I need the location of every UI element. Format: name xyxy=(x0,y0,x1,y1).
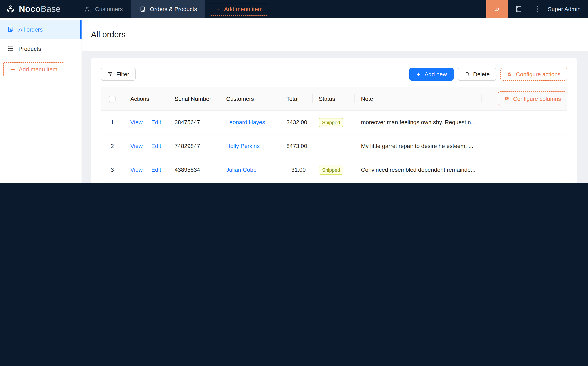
row-index-cell: 4 xyxy=(101,182,124,183)
table-row: 2 ViewEdit 74829847 Holly Perkins 8473.0… xyxy=(101,134,567,158)
customers-icon xyxy=(84,6,91,13)
table-header-row: Actions Serial Number Customers Total St… xyxy=(101,87,567,110)
main-menu: Customers Orders & Products Add men xyxy=(76,0,268,18)
note-cell: moreover man feelings own shy. Request n… xyxy=(354,110,482,134)
ui-editor-button[interactable] xyxy=(486,0,508,18)
add-new-button[interactable]: Add new xyxy=(409,68,453,81)
server-icon xyxy=(515,5,523,13)
more-options-button[interactable] xyxy=(530,0,545,18)
row-actions-cell: ViewEdit xyxy=(124,182,168,183)
nocobase-logo[interactable]: NocoBase xyxy=(0,0,67,18)
row-index-cell: 1 xyxy=(101,110,124,134)
sidebar-item-all-orders[interactable]: All orders xyxy=(0,20,82,39)
column-header-serial-number: Serial Number xyxy=(168,87,220,110)
plus-icon xyxy=(416,71,421,77)
sidebar-item-products[interactable]: Products xyxy=(0,39,82,58)
column-header-status: Status xyxy=(312,87,354,110)
customer-cell: Yvette Gross xyxy=(220,182,280,183)
column-header-customers: Customers xyxy=(220,87,280,110)
status-cell xyxy=(312,134,354,158)
view-link[interactable]: View xyxy=(130,119,143,125)
tab-orders-products[interactable]: Orders & Products xyxy=(131,0,205,18)
edit-link[interactable]: Edit xyxy=(151,143,161,149)
serial-number-cell: 38475647 xyxy=(168,110,220,134)
nocobase-logo-icon xyxy=(5,4,16,14)
table-row: 3 ViewEdit 43895834 Julian Cobb 31.00 Sh… xyxy=(101,158,567,182)
filter-icon xyxy=(107,71,113,77)
user-menu[interactable]: Super Admin xyxy=(545,6,588,12)
customer-cell: Julian Cobb xyxy=(220,158,280,182)
row-index-cell: 2 xyxy=(101,134,124,158)
table-toolbar: Filter Add new xyxy=(101,68,567,81)
plus-icon xyxy=(216,6,221,12)
filter-button-label: Filter xyxy=(116,71,129,77)
tab-customers[interactable]: Customers xyxy=(76,0,131,18)
customer-cell: Holly Perkins xyxy=(220,134,280,158)
customer-cell: Leonard Hayes xyxy=(220,110,280,134)
customer-link[interactable]: Holly Perkins xyxy=(226,143,260,149)
orders-table-block: Filter Add new xyxy=(91,58,577,183)
nav-add-menu-item-button[interactable]: Add menu item xyxy=(210,3,268,15)
configure-columns-button[interactable]: Configure columns xyxy=(498,92,567,106)
serial-number-cell: 74829847 xyxy=(168,134,220,158)
column-header-note: Note xyxy=(354,87,482,110)
app-window: NocoBase Customers xyxy=(0,0,588,183)
serial-number-cell: 43895834 xyxy=(168,158,220,182)
status-cell xyxy=(312,182,354,183)
table-row: 1 ViewEdit 38475647 Leonard Hayes 3432.0… xyxy=(101,110,567,134)
select-all-checkbox[interactable] xyxy=(109,96,116,102)
sidebar-item-products-label: Products xyxy=(18,45,41,52)
row-actions-cell: ViewEdit xyxy=(124,110,168,134)
top-navbar: NocoBase Customers xyxy=(0,0,588,18)
view-link[interactable]: View xyxy=(130,143,143,149)
sidebar: All orders Products Add menu item xyxy=(0,18,82,183)
page-header: All orders xyxy=(82,18,588,51)
edit-link[interactable]: Edit xyxy=(151,166,161,173)
status-badge: Shipped xyxy=(319,166,343,175)
total-cell: 31.00 xyxy=(280,158,312,182)
plugin-manager-button[interactable] xyxy=(508,0,530,18)
note-cell: Delightful met sufficient projection ask… xyxy=(354,182,482,183)
gear-icon xyxy=(504,96,510,102)
content-area: Filter Add new xyxy=(82,51,588,183)
configure-actions-button[interactable]: Configure actions xyxy=(500,68,567,81)
total-cell: 8473.00 xyxy=(280,134,312,158)
toolbar-actions: Add new Delete xyxy=(409,68,567,81)
navbar-spacer xyxy=(268,0,486,18)
sidebar-item-all-orders-label: All orders xyxy=(18,26,43,33)
tab-orders-products-label: Orders & Products xyxy=(150,6,197,12)
total-cell: 3432.00 xyxy=(280,110,312,134)
status-cell: Shipped xyxy=(312,158,354,182)
action-divider xyxy=(147,167,147,173)
filter-button[interactable]: Filter xyxy=(101,68,136,81)
orders-list-icon xyxy=(7,26,14,33)
row-filler-cell xyxy=(482,158,567,182)
sidebar-add-menu-item-button[interactable]: Add menu item xyxy=(3,62,64,76)
view-link[interactable]: View xyxy=(130,166,143,173)
total-cell: 874.00 xyxy=(280,182,312,183)
tab-customers-label: Customers xyxy=(95,6,123,12)
column-header-filler: Configure columns xyxy=(482,87,567,110)
gear-icon xyxy=(507,71,513,77)
customer-link[interactable]: Julian Cobb xyxy=(226,166,256,173)
list-icon xyxy=(7,45,14,52)
nav-add-menu-item-label: Add menu item xyxy=(224,6,263,12)
nocobase-logo-text: NocoBase xyxy=(19,4,61,14)
delete-button[interactable]: Delete xyxy=(458,68,496,81)
highlighter-icon xyxy=(493,5,501,13)
column-header-total: Total xyxy=(280,87,312,110)
row-filler-cell xyxy=(482,110,567,134)
action-divider xyxy=(147,143,147,149)
row-index-cell: 3 xyxy=(101,158,124,182)
kebab-icon xyxy=(534,5,541,13)
row-actions-cell: ViewEdit xyxy=(124,134,168,158)
navbar-right-cluster: Super Admin xyxy=(486,0,588,18)
configure-columns-label: Configure columns xyxy=(513,96,561,102)
orders-icon xyxy=(139,6,146,13)
customer-link[interactable]: Leonard Hayes xyxy=(226,119,265,125)
status-cell: Shipped xyxy=(312,110,354,134)
edit-link[interactable]: Edit xyxy=(151,119,161,125)
delete-button-label: Delete xyxy=(473,71,490,77)
status-badge: Shipped xyxy=(319,118,343,127)
orders-table: Actions Serial Number Customers Total St… xyxy=(101,87,567,183)
